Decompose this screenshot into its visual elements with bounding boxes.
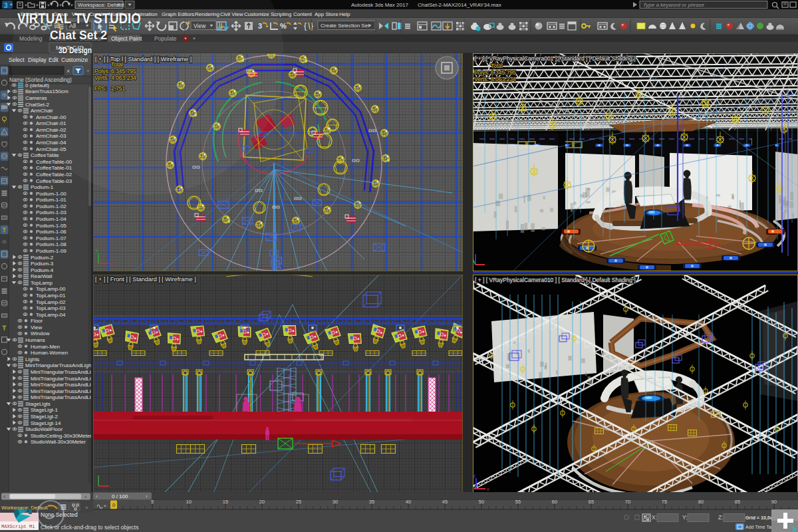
svg-text:Podium-1-04: Podium-1-04: [36, 216, 66, 222]
svg-text:TopLamp: TopLamp: [31, 280, 53, 286]
svg-text:4.063.234: 4.063.234: [491, 76, 516, 82]
svg-text:Podium-1-01: Podium-1-01: [36, 197, 66, 203]
svg-text:15: 15: [223, 499, 228, 505]
svg-text:25: 25: [296, 499, 301, 505]
svg-text:MiniTriangularTrussAndLights: MiniTriangularTrussAndLights: [25, 362, 93, 368]
svg-text:StageLigt-14: StageLigt-14: [31, 420, 61, 426]
svg-text:Create Selection Set: Create Selection Set: [321, 23, 370, 29]
svg-text:[ + ] [ VRayPhysicalCamera001: [ + ] [ VRayPhysicalCamera001 ] [ Standa…: [475, 55, 636, 62]
svg-text:Z:: Z:: [718, 514, 724, 521]
svg-text:MiniTriangularTrussAndLights-1: MiniTriangularTrussAndLights-1: [31, 369, 93, 375]
svg-text:StudioCeiling-30x30Meter: StudioCeiling-30x30Meter: [31, 433, 92, 439]
svg-text:Human-Women: Human-Women: [31, 350, 68, 356]
svg-text:Add Time Tag: Add Time Tag: [745, 525, 774, 530]
svg-text:Podium-3: Podium-3: [31, 261, 54, 267]
svg-text:%: %: [280, 22, 287, 30]
svg-text:y: y: [96, 247, 98, 253]
svg-text:60: 60: [552, 499, 557, 505]
svg-text:20: 20: [259, 499, 265, 505]
svg-text:[ + ] [ Front ] [ Standard ]: [ + ] [ Front ] [ Standard ] [ Wireframe…: [95, 276, 196, 283]
svg-text:MiniTriangularTrussAndLights-5: MiniTriangularTrussAndLights-5: [31, 394, 93, 400]
svg-text:0: 0: [112, 502, 115, 508]
svg-text:70: 70: [625, 499, 630, 505]
svg-text:MiniTriangularTrussAndLights-2: MiniTriangularTrussAndLights-2: [31, 376, 93, 382]
svg-text:Podium-2: Podium-2: [31, 255, 54, 261]
svg-text:75: 75: [662, 499, 667, 505]
svg-text:X:: X:: [652, 514, 657, 521]
svg-text:80: 80: [698, 499, 704, 505]
svg-text:Autodesk 3ds Max 2017: Autodesk 3ds Max 2017: [351, 2, 408, 8]
svg-text:Podium-4: Podium-4: [31, 267, 54, 273]
svg-text:Podium-1: Podium-1: [31, 184, 54, 190]
svg-text:85: 85: [735, 499, 740, 505]
svg-text:TopLamp-00: TopLamp-00: [36, 286, 66, 292]
svg-text:CoffeeTable-03: CoffeeTable-03: [36, 178, 72, 184]
svg-text:Humans: Humans: [25, 337, 45, 343]
svg-text:›: ›: [84, 493, 86, 500]
svg-text:x: x: [110, 261, 113, 266]
svg-text:30: 30: [332, 499, 338, 505]
svg-text:Podium-1-06: Podium-1-06: [36, 229, 66, 235]
svg-text:Podium-1-05: Podium-1-05: [36, 223, 66, 229]
svg-text:ChatSet-2-MAX2014_VRAY34.max: ChatSet-2-MAX2014_VRAY34.max: [418, 2, 501, 8]
svg-text:Podium-1-00: Podium-1-00: [36, 191, 66, 197]
svg-text:›: ›: [146, 493, 148, 499]
svg-text:10: 10: [186, 499, 192, 505]
svg-text:Podium-1-03: Podium-1-03: [36, 209, 66, 215]
svg-text:Verts:: Verts:: [474, 76, 489, 82]
svg-text:55: 55: [515, 499, 521, 505]
svg-text:Y:: Y:: [682, 514, 688, 521]
svg-text:RearWall: RearWall: [31, 273, 53, 279]
svg-text:StageLigt-2: StageLigt-2: [31, 414, 58, 420]
svg-text:x: x: [487, 487, 489, 491]
svg-text:MiniTriangularTrussAndLights-3: MiniTriangularTrussAndLights-3: [31, 382, 93, 388]
svg-text:[ + ] [ VRayPhysicalCamera010: [ + ] [ VRayPhysicalCamera010 ] [ Standa…: [475, 277, 636, 283]
svg-text:6.345.795: 6.345.795: [491, 69, 516, 76]
svg-text:40: 40: [406, 499, 411, 505]
svg-text:Podium-1-02: Podium-1-02: [36, 203, 66, 209]
svg-text:35: 35: [369, 499, 374, 505]
svg-text:0 / 100: 0 / 100: [112, 493, 128, 499]
svg-text:TopLamp-04: TopLamp-04: [36, 312, 66, 318]
svg-text:65: 65: [589, 499, 594, 505]
svg-text:‹: ‹: [96, 493, 98, 499]
svg-text:StudioWall-30x30Meter: StudioWall-30x30Meter: [31, 439, 86, 445]
svg-text:Lights: Lights: [25, 356, 39, 362]
svg-text:Podium-1-07: Podium-1-07: [36, 235, 66, 241]
svg-text:TopLamp-03: TopLamp-03: [36, 305, 66, 311]
svg-text:Type a keyword or phrase: Type a keyword or phrase: [643, 2, 704, 8]
svg-text:z: z: [473, 473, 476, 478]
svg-text:Help: Help: [339, 11, 350, 17]
svg-text:StageLigts: StageLigts: [25, 401, 51, 407]
svg-text:TopLamp-01: TopLamp-01: [36, 293, 66, 299]
svg-text:TopLamp-02: TopLamp-02: [36, 299, 66, 305]
svg-text:50: 50: [479, 499, 484, 505]
svg-text:3: 3: [4, 2, 8, 9]
svg-text:StudioWallFloor: StudioWallFloor: [25, 426, 63, 432]
svg-text:App Store: App Store: [315, 11, 338, 17]
svg-text:90: 90: [771, 499, 777, 505]
svg-text:‹: ‹: [3, 493, 5, 500]
svg-text:StageLigt-1: StageLigt-1: [31, 407, 58, 413]
svg-text:Window: Window: [31, 331, 50, 336]
svg-text:45: 45: [442, 499, 448, 505]
svg-text:CoffeeTable-02: CoffeeTable-02: [36, 172, 72, 178]
svg-text:Floor: Floor: [31, 318, 43, 324]
svg-text:»: »: [85, 505, 88, 511]
svg-text:Human-Men: Human-Men: [31, 344, 60, 350]
svg-text:5: 5: [151, 499, 154, 505]
svg-text:Polys:: Polys:: [474, 69, 489, 76]
svg-text:Total: Total: [491, 63, 503, 69]
svg-text:View: View: [31, 325, 42, 331]
svg-text:Content: Content: [293, 11, 313, 17]
svg-text:{: {: [304, 21, 307, 31]
svg-text:MAXScript Mi: MAXScript Mi: [1, 524, 35, 529]
svg-text:Podium-1-09: Podium-1-09: [36, 248, 66, 254]
svg-text:MiniTriangularTrussAndLights-4: MiniTriangularTrussAndLights-4: [31, 388, 93, 394]
svg-text:Podium-1-08: Podium-1-08: [36, 241, 66, 247]
